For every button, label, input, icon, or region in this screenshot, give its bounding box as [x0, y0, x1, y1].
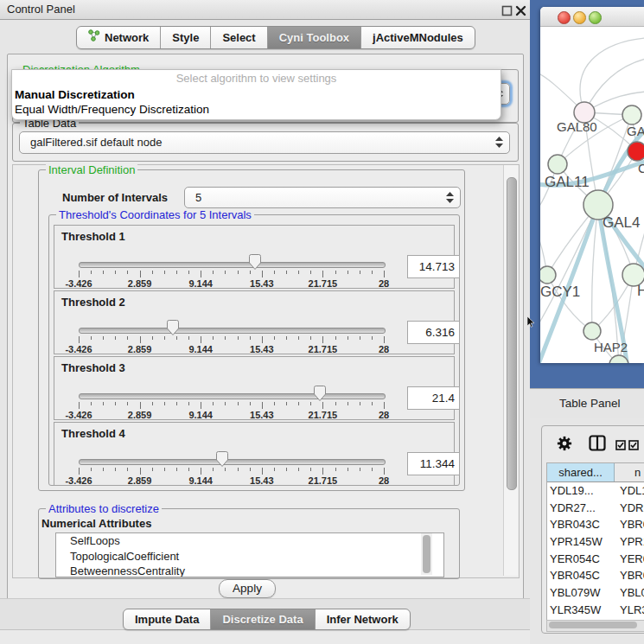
vertical-scrollbar-thumb[interactable] — [507, 177, 517, 490]
tick-mark — [298, 468, 299, 471]
column-header-shared[interactable]: shared... — [547, 463, 615, 481]
table-row[interactable]: YPR145WYPR1 — [547, 533, 644, 551]
checkbox-icon[interactable] — [628, 438, 639, 454]
cell-shared-name: YLR345W — [547, 602, 617, 619]
node-label: GCY1 — [540, 284, 580, 300]
combo-stepper-icon — [495, 137, 503, 151]
tick-mark — [286, 402, 287, 405]
tick-mark — [115, 468, 116, 471]
tick-mark — [176, 468, 177, 471]
dropdown-option[interactable]: Manual Discretization — [12, 87, 501, 102]
threshold-value-field[interactable]: 14.713 — [407, 255, 460, 278]
tick-mark — [91, 468, 92, 471]
table-row[interactable]: YDR27...YDR2 — [547, 500, 644, 517]
tab-style[interactable]: Style — [160, 27, 210, 48]
threshold-value-field[interactable]: 21.4 — [407, 386, 460, 410]
slider-handle[interactable] — [248, 253, 262, 271]
checkbox-icon[interactable] — [615, 438, 626, 454]
red-node[interactable] — [628, 142, 644, 161]
vertical-scrollbar[interactable] — [503, 165, 518, 576]
table-row[interactable]: YBR043CYBR0 — [547, 516, 644, 533]
tab-discretize-data[interactable]: Discretize Data — [210, 609, 314, 629]
slider-handle[interactable] — [215, 450, 229, 468]
threshold-label: Threshold 2 — [61, 296, 125, 309]
slider-track[interactable] — [79, 459, 386, 465]
tick-mark — [348, 468, 348, 471]
tick-label: 9.144 — [182, 475, 220, 486]
tick-mark — [115, 402, 116, 405]
slider-ticks: -3.4262.8599.14415.4321.71528 — [79, 402, 384, 421]
slider-track[interactable] — [79, 262, 386, 268]
GCY1-node[interactable] — [540, 266, 556, 284]
tab-jactivemnodules[interactable]: jActiveMNodules — [360, 27, 475, 48]
tick-label: -3.426 — [60, 278, 98, 289]
list-scrollbar-thumb[interactable] — [423, 535, 430, 573]
close-traffic-light-icon[interactable] — [558, 11, 571, 24]
HAP2-node[interactable] — [583, 322, 601, 340]
GAL11-node[interactable] — [548, 155, 567, 174]
column-header-name[interactable]: n — [615, 463, 644, 481]
tick-mark — [250, 336, 251, 340]
close-icon[interactable] — [515, 4, 526, 16]
table-hscrollbar-thumb[interactable] — [549, 622, 637, 628]
list-scrollbar[interactable] — [421, 533, 432, 575]
slider-track[interactable] — [79, 328, 386, 334]
slider-track[interactable] — [79, 393, 386, 399]
top-right-node[interactable] — [622, 105, 641, 124]
node-label: HAP2 — [594, 340, 628, 354]
table-row[interactable]: YDL19...YDL1 — [547, 482, 644, 500]
list-item[interactable]: SelfLoops — [56, 533, 443, 549]
slider-handle[interactable] — [166, 319, 180, 336]
table-panel-title: Table Panel — [559, 397, 621, 410]
table-row[interactable]: YER054CYER0 — [547, 551, 644, 568]
list-item[interactable]: TopologicalCoefficient — [56, 549, 443, 564]
table-data-combobox[interactable]: galFiltered.sif default node — [19, 131, 510, 154]
zoom-traffic-light-icon[interactable] — [589, 11, 602, 24]
tick-mark — [238, 402, 239, 405]
tick-mark — [372, 271, 373, 274]
slider-handle[interactable] — [313, 385, 327, 402]
tick-mark — [91, 271, 92, 274]
table-row[interactable]: YBL079WYBL0 — [547, 584, 644, 602]
top-tab-bar: NetworkStyleSelectCyni ToolboxjActiveMNo… — [76, 26, 475, 49]
table-horizontal-scrollbar[interactable] — [546, 620, 644, 632]
network-window-titlebar[interactable] — [540, 7, 644, 27]
tab-network[interactable]: Network — [77, 27, 160, 48]
threshold-value-field[interactable]: 11.344 — [407, 452, 460, 475]
network-canvas[interactable]: GAL80GACGAL11GAL4GCY1HHAP2 — [540, 26, 644, 363]
node-label: C — [638, 161, 644, 175]
tick-label: 21.715 — [303, 278, 341, 289]
cell-name: YBL0 — [617, 584, 644, 602]
tick-mark — [188, 468, 189, 471]
apply-button[interactable]: Apply — [219, 579, 276, 598]
float-icon[interactable] — [501, 4, 513, 16]
dropdown-option[interactable]: Equal Width/Frequency Discretization — [12, 102, 501, 117]
tick-mark — [127, 402, 128, 405]
tick-mark — [286, 271, 287, 274]
tick-mark — [262, 402, 263, 409]
threshold-value-field[interactable]: 6.316 — [407, 321, 460, 344]
tab-select[interactable]: Select — [210, 27, 266, 48]
threshold-sliders: Threshold 1-3.4262.8599.14415.4321.71528… — [54, 225, 455, 488]
tab-impute-data[interactable]: Impute Data — [124, 609, 210, 629]
table-row[interactable]: YBR045CYBR0 — [547, 567, 644, 584]
list-item[interactable]: BetweennessCentrality — [56, 564, 443, 577]
tick-mark — [335, 271, 336, 274]
split-view-icon[interactable] — [589, 435, 606, 455]
minimize-traffic-light-icon[interactable] — [573, 11, 586, 24]
tick-mark — [201, 468, 201, 475]
table-row[interactable]: YLR345WYLR3 — [547, 602, 644, 619]
tab-infer-network[interactable]: Infer Network — [315, 609, 410, 629]
tab-cyni-toolbox[interactable]: Cyni Toolbox — [267, 27, 360, 48]
num-intervals-combobox[interactable]: 5 — [184, 187, 461, 208]
tick-mark — [176, 271, 177, 274]
gear-icon[interactable] — [557, 436, 572, 455]
tick-mark — [140, 468, 141, 475]
node-label: H — [637, 283, 644, 299]
threshold-panel: Threshold 2-3.4262.8599.14415.4321.71528… — [54, 290, 455, 354]
threshold-label: Threshold 1 — [61, 230, 125, 243]
slider-ticks: -3.4262.8599.14415.4321.71528 — [79, 468, 384, 487]
tick-mark — [298, 402, 299, 405]
control-panel-titlebar: Control Panel — [0, 0, 530, 20]
tick-mark — [127, 336, 128, 340]
